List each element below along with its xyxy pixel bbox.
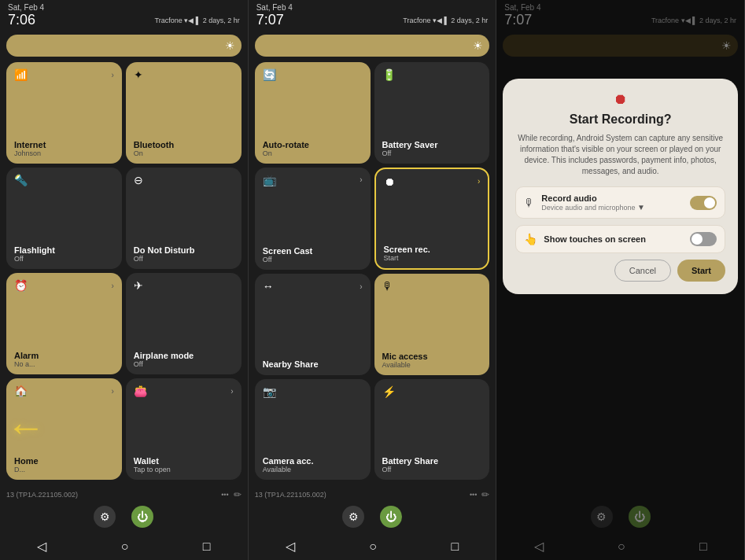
tile-bluetooth[interactable]: ✦ Bluetooth On	[126, 62, 242, 164]
tile-home[interactable]: 🏠 › Home D...	[6, 378, 122, 480]
alarm-label: Alarm	[14, 351, 114, 360]
wallet-sub: Tap to open	[134, 466, 234, 473]
wallet-label: Wallet	[134, 456, 234, 466]
batterysaver-icon: 🔋	[382, 68, 396, 81]
power-icon-1: ⏻	[137, 510, 148, 523]
flashlight-icon: 🔦	[14, 174, 28, 186]
bottom-bar-1: 13 (TP1A.221105.002) ••• ✏ ⚙ ⏻	[0, 484, 248, 534]
tile-autorotate[interactable]: 🔄 Auto-rotate On	[255, 62, 371, 164]
record-audio-option[interactable]: 🎙 Record audio Device audio and micropho…	[515, 186, 725, 219]
dnd-sub: Off	[134, 255, 234, 263]
screencast-sub: Off	[263, 256, 363, 263]
wallet-icon: 👛	[134, 385, 147, 397]
dialog-body: While recording, Android System can capt…	[515, 133, 725, 177]
audio-toggle[interactable]	[690, 196, 717, 210]
audio-label: Record audio	[541, 193, 684, 203]
nav-bar-2: ◁ ○ □	[249, 534, 496, 560]
dots-2: •••	[470, 491, 477, 499]
autorotate-icon: 🔄	[263, 68, 276, 81]
home-sub: D...	[14, 466, 114, 473]
tile-batterysaver[interactable]: 🔋 Battery Saver Off	[374, 62, 490, 164]
phone-panel-2: Sat, Feb 4 7:07 Tracfone ▾◀ ▌ 2 days, 2 …	[249, 0, 497, 560]
brightness-bar-2[interactable]: ☀	[255, 35, 490, 57]
carrier-1: Tracfone ▾◀ ▌ 2 days, 2 hr	[155, 17, 240, 24]
home-btn-2[interactable]: ○	[369, 540, 377, 554]
back-btn-2[interactable]: ◁	[286, 539, 295, 554]
cameraacc-icon: 📷	[263, 385, 276, 398]
tile-wallet[interactable]: 👛 › Wallet Tap to open	[126, 378, 242, 480]
tile-screenrec[interactable]: ⏺ › Screen rec. Start	[374, 168, 490, 271]
screenrec-sub: Start	[384, 254, 481, 262]
status-bar-2: Sat, Feb 4 7:07 Tracfone ▾◀ ▌ 2 days, 2 …	[249, 0, 496, 30]
dialog-actions: Cancel Start	[515, 260, 725, 282]
tile-grid-2: 🔄 Auto-rotate On 🔋 Battery Saver Off	[255, 62, 490, 480]
autorotate-label: Auto-rotate	[263, 140, 363, 149]
batteryshare-icon: ⚡	[382, 385, 396, 398]
time-1: 7:06	[8, 12, 35, 28]
tile-flashlight[interactable]: 🔦 Flashlight Off	[6, 168, 122, 269]
quick-settings-2: ☀ 🔄 Auto-rotate On 🔋 Battery Saver	[249, 30, 496, 484]
start-recording-dialog: ⏺ Start Recording? While recording, Andr…	[503, 79, 738, 294]
audio-dropdown[interactable]: ▼	[637, 203, 645, 212]
micaccess-sub: Available	[382, 361, 482, 369]
power-button-1[interactable]: ⏻	[131, 506, 153, 528]
flashlight-sub: Off	[14, 255, 114, 263]
batterysaver-label: Battery Saver	[382, 140, 482, 149]
date-1: Sat, Feb 4	[8, 3, 240, 12]
tile-micaccess[interactable]: 🎙 Mic access Available	[374, 274, 490, 375]
airplane-icon: ✈	[134, 279, 143, 292]
gear-button-2[interactable]: ⚙	[342, 506, 364, 528]
show-touches-option[interactable]: 👆 Show touches on screen	[515, 225, 725, 253]
start-button[interactable]: Start	[677, 260, 725, 282]
tile-cameraacc[interactable]: 📷 Camera acc. Available	[255, 379, 371, 481]
edit-icon-1[interactable]: ✏	[234, 489, 242, 500]
internet-label: Internet	[14, 140, 114, 149]
edit-icon-2[interactable]: ✏	[481, 489, 489, 500]
back-btn-1[interactable]: ◁	[37, 539, 46, 554]
touches-label: Show touches on screen	[544, 234, 684, 244]
power-icon-2: ⏻	[385, 510, 396, 523]
alarm-icon: ⏰	[14, 279, 28, 292]
cancel-button[interactable]: Cancel	[614, 260, 671, 282]
tile-batteryshare[interactable]: ⚡ Battery Share Off	[374, 379, 490, 481]
version-2: 13 (TP1A.221105.002)	[255, 491, 326, 499]
phone-panel-1: Sat, Feb 4 7:06 Tracfone ▾◀ ▌ 2 days, 2 …	[0, 0, 249, 560]
batteryshare-label: Battery Share	[382, 456, 482, 466]
tile-nearbyshare[interactable]: ↔ › Nearby Share	[255, 274, 371, 375]
touches-option-text: Show touches on screen	[544, 234, 684, 244]
version-1: 13 (TP1A.221105.002)	[6, 491, 78, 499]
home-btn-1[interactable]: ○	[121, 540, 129, 554]
recording-dot-icon: ⏺	[515, 91, 725, 108]
touches-toggle[interactable]	[690, 232, 717, 246]
carrier-2: Tracfone ▾◀ ▌ 2 days, 2 hr	[403, 17, 488, 24]
airplane-label: Airplane mode	[134, 351, 234, 360]
phone-panel-3: Sat, Feb 4 7:07 Tracfone ▾◀ ▌ 2 days, 2 …	[496, 0, 745, 560]
gear-icon-1: ⚙	[100, 510, 110, 523]
tile-alarm[interactable]: ⏰ › Alarm No a...	[6, 273, 122, 374]
flashlight-label: Flashlight	[14, 245, 114, 255]
tile-airplane[interactable]: ✈ Airplane mode Off	[126, 273, 242, 374]
gear-button-1[interactable]: ⚙	[94, 506, 116, 528]
recents-btn-2[interactable]: □	[451, 540, 459, 554]
screenrec-label: Screen rec.	[384, 245, 481, 254]
touches-option-icon: 👆	[524, 233, 537, 245]
dnd-icon: ⊖	[134, 174, 143, 186]
brightness-icon-2: ☀	[473, 39, 483, 52]
tile-dnd[interactable]: ⊖ Do Not Disturb Off	[126, 168, 242, 269]
brightness-bar-1[interactable]: ☀	[6, 35, 242, 57]
internet-icon: 📶	[14, 68, 28, 81]
tile-screencast[interactable]: 📺 › Screen Cast Off	[255, 168, 371, 271]
micaccess-icon: 🎙	[382, 280, 393, 293]
alarm-sub: No a...	[14, 360, 114, 368]
tile-internet[interactable]: 📶 › Internet Johnson	[6, 62, 122, 164]
home-icon: 🏠	[14, 385, 28, 397]
autorotate-sub: On	[263, 149, 363, 157]
dots-1: •••	[221, 491, 228, 499]
airplane-sub: Off	[134, 360, 234, 368]
recents-btn-1[interactable]: □	[203, 540, 211, 554]
bluetooth-label: Bluetooth	[134, 140, 234, 149]
audio-option-text: Record audio Device audio and microphone…	[541, 193, 684, 212]
screencast-label: Screen Cast	[263, 246, 363, 256]
power-button-2[interactable]: ⏻	[380, 506, 402, 528]
tile-grid-1: 📶 › Internet Johnson ✦ Bluetooth On	[6, 62, 242, 480]
